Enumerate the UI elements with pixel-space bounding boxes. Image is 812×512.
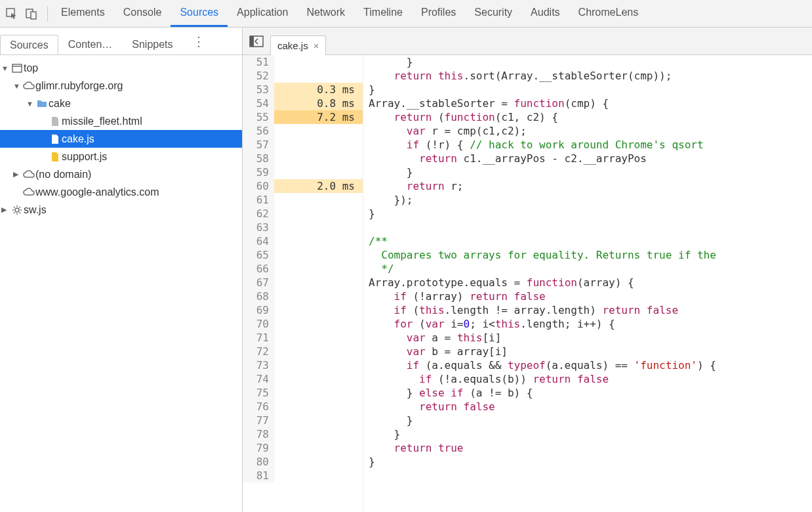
- code-line[interactable]: Array.__stableSorter = function(cmp) {: [369, 96, 812, 110]
- code-line[interactable]: return c1.__arrayPos - c2.__arrayPos: [369, 152, 812, 165]
- line-number[interactable]: 71: [243, 331, 274, 345]
- line-number[interactable]: 69: [243, 303, 274, 317]
- close-icon[interactable]: ×: [314, 40, 319, 51]
- top-tab-profiles[interactable]: Profiles: [412, 0, 465, 27]
- cloud-icon: [22, 81, 35, 91]
- expand-arrow-icon[interactable]: ▼: [1, 64, 9, 72]
- tree-label: glimr.rubyforge.org: [35, 80, 123, 92]
- nav-tab-conten[interactable]: Conten…: [58, 34, 123, 54]
- line-number[interactable]: 54: [243, 96, 274, 110]
- code-line[interactable]: Array.prototype.equals = function(array)…: [369, 276, 812, 289]
- code-line[interactable]: if (a.equals && typeof(a.equals) == 'fun…: [369, 358, 812, 372]
- code-line[interactable]: if (!array) return false: [369, 289, 812, 303]
- code-line[interactable]: Compares two arrays for equality. Return…: [369, 248, 812, 262]
- line-number[interactable]: 56: [243, 124, 274, 138]
- top-tab-network[interactable]: Network: [297, 0, 354, 27]
- top-tab-elements[interactable]: Elements: [52, 0, 114, 27]
- code-line[interactable]: return true: [369, 441, 812, 455]
- line-number[interactable]: 81: [243, 469, 274, 482]
- code-line[interactable]: var a = this[i]: [369, 331, 812, 345]
- code-line[interactable]: }: [369, 414, 812, 427]
- code-line[interactable]: */: [369, 262, 812, 276]
- line-number[interactable]: 57: [243, 138, 274, 152]
- top-tab-sources[interactable]: Sources: [171, 0, 228, 27]
- line-number[interactable]: 72: [243, 345, 274, 358]
- code-line[interactable]: }: [369, 207, 812, 221]
- code-line[interactable]: for (var i=0; i<this.length; i++) {: [369, 317, 812, 331]
- line-number[interactable]: 77: [243, 414, 274, 427]
- code-line[interactable]: [369, 221, 812, 234]
- inspect-icon[interactable]: [5, 7, 18, 20]
- top-tab-chromelens[interactable]: ChromeLens: [569, 0, 648, 27]
- line-number[interactable]: 79: [243, 441, 274, 455]
- code-line[interactable]: if (this.length != array.length) return …: [369, 303, 812, 317]
- line-number[interactable]: 76: [243, 400, 274, 414]
- line-number[interactable]: 75: [243, 386, 274, 400]
- line-number[interactable]: 74: [243, 372, 274, 386]
- line-number[interactable]: 63: [243, 221, 274, 234]
- code-editor[interactable]: 5152530.3 ms540.8 ms557.2 ms56575859602.…: [243, 55, 812, 512]
- code-line[interactable]: var b = array[i]: [369, 345, 812, 358]
- code-line[interactable]: }: [369, 83, 812, 96]
- expand-arrow-icon[interactable]: ▼: [26, 100, 34, 108]
- tree-item[interactable]: ▶ (no domain): [0, 165, 242, 183]
- tree-item[interactable]: support.js: [0, 148, 242, 165]
- code-line[interactable]: }: [369, 55, 812, 69]
- top-tab-timeline[interactable]: Timeline: [354, 0, 412, 27]
- line-number[interactable]: 70: [243, 317, 274, 331]
- tree-item[interactable]: cake.js: [0, 130, 242, 148]
- toggle-navigator-icon[interactable]: [243, 28, 270, 54]
- code-line[interactable]: /**: [369, 234, 812, 248]
- code-line[interactable]: } else if (a != b) {: [369, 386, 812, 400]
- code-line[interactable]: var r = cmp(c1,c2);: [369, 124, 812, 138]
- code-line[interactable]: [369, 469, 812, 482]
- line-number[interactable]: 68: [243, 289, 274, 303]
- expand-arrow-icon[interactable]: ▶: [13, 170, 21, 179]
- line-number[interactable]: 62: [243, 207, 274, 221]
- code-line[interactable]: return this.sort(Array.__stableSorter(cm…: [369, 69, 812, 83]
- more-menu-icon[interactable]: ⋮: [187, 33, 211, 49]
- code-area[interactable]: } return this.sort(Array.__stableSorter(…: [363, 55, 812, 512]
- line-number[interactable]: 61: [243, 193, 274, 207]
- tree-item[interactable]: ▼ cake: [0, 95, 242, 112]
- expand-arrow-icon[interactable]: ▶: [1, 205, 9, 214]
- top-tab-security[interactable]: Security: [465, 0, 521, 27]
- line-number[interactable]: 67: [243, 276, 274, 289]
- tree-item[interactable]: ▼ top: [0, 59, 242, 77]
- line-number[interactable]: 52: [243, 69, 274, 83]
- code-line[interactable]: }: [369, 455, 812, 469]
- code-line[interactable]: return false: [369, 400, 812, 414]
- line-number[interactable]: 64: [243, 234, 274, 248]
- tree-item[interactable]: ▼ glimr.rubyforge.org: [0, 77, 242, 95]
- top-tab-audits[interactable]: Audits: [521, 0, 569, 27]
- line-number[interactable]: 51: [243, 55, 274, 69]
- line-number[interactable]: 53: [243, 83, 274, 96]
- line-number[interactable]: 73: [243, 358, 274, 372]
- line-number[interactable]: 59: [243, 165, 274, 179]
- line-number[interactable]: 80: [243, 455, 274, 469]
- expand-arrow-icon[interactable]: ▼: [13, 82, 21, 90]
- code-line[interactable]: });: [369, 193, 812, 207]
- line-number[interactable]: 78: [243, 427, 274, 441]
- file-tab-cakejs[interactable]: cake.js ×: [270, 35, 326, 55]
- code-line[interactable]: return r;: [369, 179, 812, 193]
- divider: [47, 6, 48, 22]
- code-line[interactable]: return (function(c1, c2) {: [369, 110, 812, 124]
- line-number[interactable]: 55: [243, 110, 274, 124]
- line-number[interactable]: 65: [243, 248, 274, 262]
- tree-item[interactable]: ▶ sw.js: [0, 201, 242, 219]
- tree-item[interactable]: www.google-analytics.com: [0, 183, 242, 201]
- code-line[interactable]: }: [369, 165, 812, 179]
- top-tab-application[interactable]: Application: [228, 0, 297, 27]
- nav-tab-sources[interactable]: Sources: [0, 35, 58, 54]
- line-number[interactable]: 60: [243, 179, 274, 193]
- line-number[interactable]: 58: [243, 152, 274, 165]
- nav-tab-snippets[interactable]: Snippets: [122, 34, 182, 54]
- tree-item[interactable]: missile_fleet.html: [0, 112, 242, 130]
- code-line[interactable]: if (!a.equals(b)) return false: [369, 372, 812, 386]
- top-tab-console[interactable]: Console: [114, 0, 171, 27]
- line-number[interactable]: 66: [243, 262, 274, 276]
- device-icon[interactable]: [25, 7, 38, 20]
- code-line[interactable]: }: [369, 427, 812, 441]
- code-line[interactable]: if (!r) { // hack to work around Chrome'…: [369, 138, 812, 152]
